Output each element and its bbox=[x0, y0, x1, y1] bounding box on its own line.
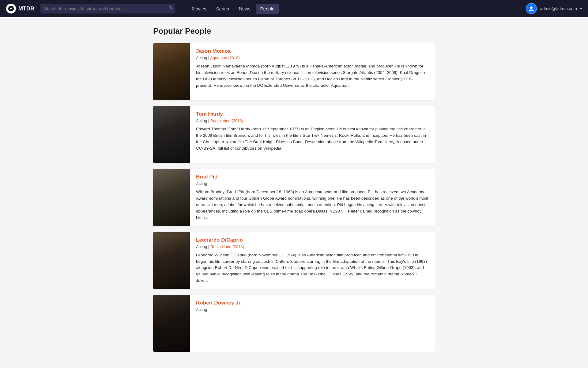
person-meta: Acting bbox=[196, 181, 429, 186]
search-container bbox=[40, 4, 175, 13]
svg-text:M: M bbox=[10, 7, 12, 10]
person-name-link[interactable]: Jason Momoa bbox=[196, 48, 429, 54]
person-department: Acting bbox=[196, 118, 207, 123]
svg-point-4 bbox=[530, 6, 533, 9]
user-avatar-icon bbox=[528, 6, 534, 12]
person-known-for-link[interactable]: Robin Hood (2018) bbox=[210, 244, 244, 249]
people-list: Jason Momoa Acting | Aquaman (2018) Jose… bbox=[153, 43, 435, 352]
person-name-link[interactable]: Brad Pitt bbox=[196, 174, 429, 180]
person-info: Robert Downey Jr. Acting bbox=[190, 295, 435, 352]
person-card: Jason Momoa Acting | Aquaman (2018) Jose… bbox=[153, 43, 435, 100]
person-bio: Edward Thomas "Tom" Hardy (born 15 Septe… bbox=[196, 126, 429, 152]
person-card: Robert Downey Jr. Acting bbox=[153, 295, 435, 352]
nav-series[interactable]: Series bbox=[212, 4, 234, 14]
nav-links: Movies Series News People bbox=[187, 4, 279, 14]
person-name-link[interactable]: Tom Hardy bbox=[196, 111, 429, 117]
person-separator: | bbox=[208, 244, 210, 249]
user-email-label: admin@admin.com bbox=[540, 6, 577, 11]
logo-text: MTDB bbox=[18, 6, 34, 12]
person-department: Acting bbox=[196, 56, 207, 60]
person-name-link[interactable]: Leonardo DiCaprio bbox=[196, 237, 429, 243]
search-icon bbox=[168, 6, 173, 10]
person-card: Leonardo DiCaprio Acting | Robin Hood (2… bbox=[153, 232, 435, 289]
search-button[interactable] bbox=[168, 6, 173, 11]
nav-people[interactable]: People bbox=[256, 4, 279, 14]
person-separator: | bbox=[208, 118, 210, 123]
person-photo bbox=[153, 43, 190, 100]
person-card: Brad Pitt Acting William Bradley "Brad" … bbox=[153, 169, 435, 226]
person-bio: William Bradley "Brad" Pitt (born Decemb… bbox=[196, 189, 429, 221]
person-info: Brad Pitt Acting William Bradley "Brad" … bbox=[190, 169, 435, 226]
svg-line-3 bbox=[172, 9, 173, 10]
logo-svg: M bbox=[8, 5, 14, 12]
search-input[interactable] bbox=[40, 4, 175, 13]
person-meta: Acting | Bumblebee (2018) bbox=[196, 118, 429, 123]
person-known-for-link[interactable]: Aquaman (2018) bbox=[210, 56, 240, 60]
person-meta: Acting | Robin Hood (2018) bbox=[196, 244, 429, 249]
person-card: Tom Hardy Acting | Bumblebee (2018) Edwa… bbox=[153, 106, 435, 163]
person-department: Acting bbox=[196, 244, 207, 249]
user-avatar bbox=[526, 3, 537, 14]
person-photo bbox=[153, 169, 190, 226]
logo-icon: M bbox=[6, 4, 16, 13]
main-content: Popular People Jason Momoa Acting | Aqua… bbox=[147, 17, 441, 367]
person-meta: Acting bbox=[196, 307, 429, 312]
person-bio: Leonardo Wilhelm DiCaprio (born November… bbox=[196, 252, 429, 284]
user-area[interactable]: admin@admin.com ▾ bbox=[526, 3, 582, 14]
person-info: Leonardo DiCaprio Acting | Robin Hood (2… bbox=[190, 232, 435, 289]
page-title: Popular People bbox=[153, 26, 435, 36]
navbar: M MTDB Movies Series News People admin@a… bbox=[0, 0, 588, 17]
person-meta: Acting | Aquaman (2018) bbox=[196, 56, 429, 60]
nav-news[interactable]: News bbox=[235, 4, 255, 14]
person-photo bbox=[153, 232, 190, 289]
person-photo bbox=[153, 295, 190, 352]
dropdown-arrow-icon: ▾ bbox=[580, 6, 582, 11]
person-known-for-link[interactable]: Bumblebee (2018) bbox=[210, 118, 243, 123]
site-logo[interactable]: M MTDB bbox=[6, 4, 34, 13]
person-photo bbox=[153, 106, 190, 163]
nav-movies[interactable]: Movies bbox=[187, 4, 211, 14]
person-bio: Joseph Jason Namakaeha Momoa (born Augus… bbox=[196, 63, 429, 89]
person-department: Acting bbox=[196, 307, 207, 312]
person-info: Tom Hardy Acting | Bumblebee (2018) Edwa… bbox=[190, 106, 435, 163]
person-department: Acting bbox=[196, 181, 207, 186]
person-info: Jason Momoa Acting | Aquaman (2018) Jose… bbox=[190, 43, 435, 100]
person-name-link[interactable]: Robert Downey Jr. bbox=[196, 300, 429, 306]
